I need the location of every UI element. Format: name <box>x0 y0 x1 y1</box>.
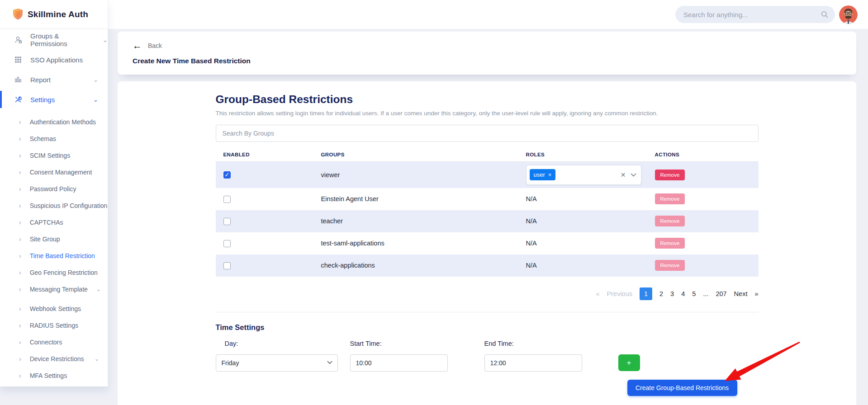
enabled-checkbox[interactable] <box>223 171 231 179</box>
page-button-5[interactable]: 5 <box>692 290 696 297</box>
sidebar-item-label: SSO Applications <box>30 56 83 64</box>
end-time-label: End Time: <box>484 340 514 347</box>
chevron-down-icon: ⌄ <box>95 356 99 362</box>
remove-button[interactable]: Remove <box>655 216 685 226</box>
sidebar-item-password-policy[interactable]: › Password Policy <box>0 180 108 197</box>
chevron-right-icon: › <box>19 235 21 243</box>
page-header-card: ← Back Create New Time Based Restriction <box>118 32 856 75</box>
chevron-right-icon: › <box>19 305 21 312</box>
enabled-checkbox[interactable] <box>223 240 231 247</box>
sidebar-item-scim-settings[interactable]: › SCIM Settings <box>0 147 108 164</box>
chevron-down-icon: ⌄ <box>93 76 98 83</box>
clear-selection-icon[interactable]: ✕ <box>621 171 626 179</box>
sidebar-item-report[interactable]: Report ⌄ <box>0 70 108 89</box>
chevron-right-icon: › <box>19 252 21 259</box>
back-arrow-icon: ← <box>133 41 142 50</box>
page-button-3[interactable]: 3 <box>670 290 674 297</box>
prev-page-button[interactable]: Previous <box>607 290 632 297</box>
pagination: « Previous 1 2 3 4 5 ... 207 Next » <box>216 287 759 300</box>
col-header-roles: ROLES <box>518 148 647 162</box>
chevron-down-icon: ⌄ <box>93 96 98 103</box>
table-header-row: ENABLED GROUPS ROLES ACTIONS <box>216 148 759 162</box>
add-time-slot-button[interactable]: + <box>618 354 640 371</box>
sidebar-item-radius-settings[interactable]: › RADIUS Settings <box>0 317 108 334</box>
page-button-4[interactable]: 4 <box>681 290 685 297</box>
group-name: viewer <box>313 162 518 188</box>
next-page-button[interactable]: Next <box>734 290 748 297</box>
group-name: Einstein Agent User <box>313 188 518 210</box>
table-row: teacher N/A Remove <box>216 210 759 232</box>
chevron-right-icon: › <box>19 202 21 209</box>
group-name: check-applications <box>313 254 518 277</box>
grid-icon <box>14 55 23 64</box>
sidebar-nav: Groups & Permissions ⌄ SSO Applications … <box>0 29 108 384</box>
topbar <box>108 0 868 29</box>
sidebar-item-schemas[interactable]: › Schemas <box>0 130 108 147</box>
sidebar-item-time-based-restriction[interactable]: › Time Based Restriction <box>0 247 108 264</box>
next-arrow-icon[interactable]: » <box>754 290 758 297</box>
end-time-input[interactable] <box>484 354 582 372</box>
sidebar-item-geo-fencing-restriction[interactable]: › Geo Fencing Restriction <box>0 264 108 281</box>
table-row: test-saml-applications N/A Remove <box>216 232 759 254</box>
chevron-down-icon[interactable] <box>631 173 636 177</box>
enabled-checkbox[interactable] <box>223 262 231 269</box>
sidebar-item-site-group[interactable]: › Site Group <box>0 231 108 247</box>
remove-role-icon[interactable]: × <box>548 171 552 178</box>
chevron-right-icon: › <box>19 372 21 379</box>
user-avatar[interactable] <box>839 5 858 24</box>
prev-arrow-icon[interactable]: « <box>596 290 599 297</box>
role-tag-label: user <box>534 171 545 178</box>
back-label: Back <box>148 42 162 49</box>
remove-button[interactable]: Remove <box>655 260 685 271</box>
chevron-right-icon: › <box>19 219 21 226</box>
remove-button[interactable]: Remove <box>655 238 685 249</box>
table-row: viewer user × ✕ <box>216 162 759 188</box>
brand-logo[interactable]: Skillmine Auth <box>0 0 108 29</box>
start-time-input[interactable] <box>350 354 448 372</box>
sidebar-item-messaging-template[interactable]: › Messaging Template ⌄ <box>0 281 108 297</box>
sidebar-item-consent-management[interactable]: › Consent Management <box>0 164 108 180</box>
roles-value: N/A <box>518 210 647 232</box>
sidebar-item-label: Settings <box>30 96 55 104</box>
sidebar-item-captchas[interactable]: › CAPTCHAs <box>0 214 108 231</box>
sidebar-item-connectors[interactable]: › Connectors <box>0 334 108 350</box>
remove-button[interactable]: Remove <box>655 193 685 204</box>
enabled-checkbox[interactable] <box>223 218 231 225</box>
remove-button[interactable]: Remove <box>655 170 685 180</box>
sidebar-item-authentication-methods[interactable]: › Authentication Methods <box>0 113 108 130</box>
sidebar: Skillmine Auth Groups & Permissions ⌄ SS… <box>0 0 108 386</box>
search-icon[interactable] <box>821 10 829 19</box>
app-root: Skillmine Auth Groups & Permissions ⌄ SS… <box>0 0 868 405</box>
sidebar-item-sso-applications[interactable]: SSO Applications <box>0 50 108 70</box>
chevron-down-icon: ⌄ <box>103 37 108 43</box>
groups-table: ENABLED GROUPS ROLES ACTIONS viewer <box>216 148 759 277</box>
global-search[interactable] <box>675 6 835 23</box>
chevron-down-icon: ⌄ <box>96 286 101 292</box>
sidebar-item-device-restrictions[interactable]: › Device Restrictions ⌄ <box>0 350 108 367</box>
page-button-207[interactable]: 207 <box>716 290 726 297</box>
sidebar-item-suspicious-ip-configuration[interactable]: › Suspicious IP Configuration <box>0 197 108 214</box>
col-header-groups: GROUPS <box>313 148 518 162</box>
sidebar-item-settings[interactable]: Settings ⌄ <box>0 89 108 109</box>
sidebar-item-webhook-settings[interactable]: › Webhook Settings <box>0 300 108 317</box>
day-select[interactable]: Friday <box>216 354 338 372</box>
page-title: Create New Time Based Restriction <box>133 57 856 65</box>
group-name: teacher <box>313 210 518 232</box>
chevron-right-icon: › <box>19 118 21 126</box>
role-tag: user × <box>530 169 556 180</box>
enabled-checkbox[interactable] <box>223 196 231 203</box>
chevron-right-icon: › <box>19 135 21 142</box>
page-button-2[interactable]: 2 <box>659 290 663 297</box>
sidebar-item-mfa-settings[interactable]: › MFA Settings <box>0 367 108 384</box>
page-button-1[interactable]: 1 <box>640 287 652 300</box>
global-search-input[interactable] <box>683 11 821 19</box>
group-name: test-saml-applications <box>313 232 518 254</box>
sidebar-item-groups-permissions[interactable]: Groups & Permissions ⌄ <box>0 30 108 50</box>
roles-multiselect[interactable]: user × ✕ <box>526 165 641 185</box>
create-group-based-restrictions-button[interactable]: Create Group-Based Restrictions <box>627 380 737 396</box>
brand-name: Skillmine Auth <box>28 9 88 19</box>
section-divider <box>216 312 759 312</box>
chevron-right-icon: › <box>19 185 21 193</box>
back-button[interactable]: ← Back <box>133 41 182 50</box>
search-groups-input[interactable] <box>216 125 759 142</box>
